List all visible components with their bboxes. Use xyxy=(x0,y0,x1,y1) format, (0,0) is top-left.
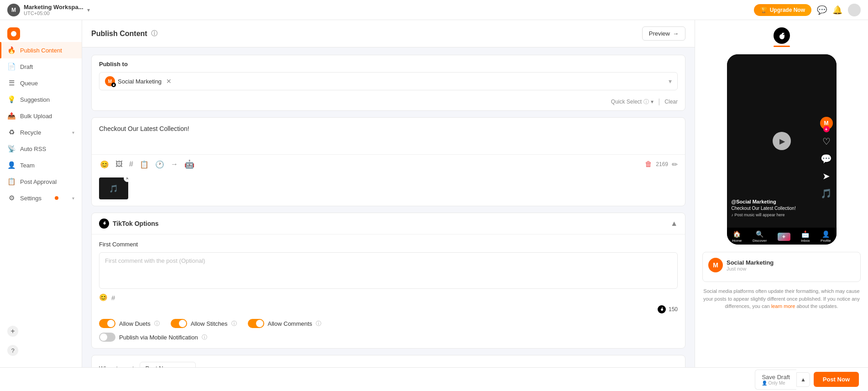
mobile-notif-switch[interactable] xyxy=(99,333,115,342)
tiktok-logo-icon xyxy=(99,219,109,229)
publish-to-header: Publish to xyxy=(92,55,685,68)
editor-right-actions: 🗑 2169 ✏ xyxy=(645,160,678,169)
draft-icon: 📄 xyxy=(7,63,16,71)
workspace-selector[interactable]: M Marketing Workspa... UTC+05:00 ▾ xyxy=(7,4,90,16)
sidebar-item-suggestion[interactable]: 💡 Suggestion xyxy=(0,91,82,108)
mobile-notif-label: Publish via Mobile Notification xyxy=(119,334,198,341)
sidebar-logo xyxy=(0,24,82,42)
comment-toolbar: 😊 # xyxy=(99,291,678,305)
rss-icon: 📡 xyxy=(7,145,16,153)
team-icon: 👤 xyxy=(7,161,16,169)
quick-select-label[interactable]: Quick Select ⓘ ▾ xyxy=(611,98,654,106)
preview-button[interactable]: Preview → xyxy=(642,26,685,41)
channel-name: Social Marketing xyxy=(118,78,162,85)
sidebar-item-label: Auto RSS xyxy=(20,146,46,152)
phone-side-actions: M ♡ 💬 ➤ 🎵 xyxy=(820,117,833,199)
share-action: ➤ xyxy=(822,171,830,182)
sidebar-add-button[interactable]: + xyxy=(0,322,82,341)
sidebar-item-label: Suggestion xyxy=(20,96,50,103)
top-navigation: M Marketing Workspa... UTC+05:00 ▾ 🏆 Upg… xyxy=(0,0,868,20)
sidebar-item-auto-rss[interactable]: 📡 Auto RSS xyxy=(0,141,82,157)
comment-char-count: 150 xyxy=(669,306,678,313)
phone-bottom-text: @Social Marketing Checkout Our Latest Co… xyxy=(732,199,814,217)
workspace-chevron-icon: ▾ xyxy=(87,7,90,13)
queue-icon: ☰ xyxy=(7,79,16,87)
notifications-button[interactable]: 🔔 xyxy=(832,5,842,15)
workspace-info: Marketing Workspa... UTC+05:00 xyxy=(24,4,84,16)
allow-duets-switch[interactable] xyxy=(99,319,115,328)
comment-emoji-button[interactable]: 😊 xyxy=(99,293,108,302)
post-time-wrapper: Post Now Schedule Add to Queue xyxy=(140,362,196,367)
learn-more-link[interactable]: learn more xyxy=(771,303,795,309)
trophy-icon: 🏆 xyxy=(760,7,767,13)
sidebar-item-draft[interactable]: 📄 Draft xyxy=(0,58,82,75)
arrow-button[interactable]: → xyxy=(170,159,179,169)
post-now-button[interactable]: Post Now xyxy=(814,372,859,387)
channel-avatar: M xyxy=(105,76,115,86)
sidebar-item-label: Draft xyxy=(20,63,33,70)
music-icon: 🎵 xyxy=(821,188,832,199)
top-nav-actions: 🏆 Upgrade Now 💬 🔔 xyxy=(754,4,861,16)
first-comment-input[interactable] xyxy=(99,252,678,289)
heart-icon: ♡ xyxy=(822,136,831,147)
like-action: ♡ xyxy=(822,136,831,147)
save-draft-chevron-button[interactable]: ▲ xyxy=(796,372,810,387)
media-row: 🎵 ✕ xyxy=(92,174,685,206)
sidebar-item-settings[interactable]: ⚙ Settings ▾ xyxy=(0,190,82,206)
workspace-avatar: M xyxy=(7,4,20,16)
phone-overlay: M ♡ 💬 ➤ 🎵 xyxy=(727,54,837,245)
creator-avatar: M xyxy=(820,117,833,130)
info-icon: ⓘ xyxy=(151,30,157,38)
sidebar-item-label: Recycle xyxy=(20,129,41,136)
sidebar-item-publish-content[interactable]: 🔥 Publish Content xyxy=(0,42,82,58)
editor-content[interactable]: Checkout Our Latest Collection! xyxy=(92,118,685,154)
platform-tabs xyxy=(702,27,861,47)
sidebar-item-label: Publish Content xyxy=(20,47,62,54)
preview-post-time: Just now xyxy=(727,266,774,271)
sidebar-item-team[interactable]: 👤 Team xyxy=(0,157,82,173)
clear-button[interactable]: Clear xyxy=(664,99,678,105)
messages-button[interactable]: 💬 xyxy=(817,5,827,15)
ai-rewrite-button[interactable]: 🤖 xyxy=(183,158,195,170)
image-button[interactable]: 🖼 xyxy=(115,159,124,169)
sidebar-help-button[interactable]: ? xyxy=(0,341,82,360)
emoji-button[interactable]: 😊 xyxy=(99,159,110,170)
tiktok-options-header[interactable]: TikTok Options ▲ xyxy=(92,213,685,235)
sidebar-bottom: + ? xyxy=(0,318,82,364)
hashtag-button[interactable]: # xyxy=(128,159,134,169)
time-button[interactable]: 🕐 xyxy=(154,159,165,170)
tiktok-platform-tab[interactable] xyxy=(774,27,790,47)
post-time-select[interactable]: Post Now Schedule Add to Queue xyxy=(140,362,196,367)
sidebar-item-bulk-upload[interactable]: 📤 Bulk Upload xyxy=(0,108,82,124)
upgrade-button[interactable]: 🏆 Upgrade Now xyxy=(754,4,811,16)
channel-remove-button[interactable]: ✕ xyxy=(166,78,172,85)
sidebar-item-queue[interactable]: ☰ Queue xyxy=(0,75,82,91)
svg-point-0 xyxy=(11,31,16,36)
disclaimer-end: about the updates. xyxy=(796,303,838,309)
tiktok-header-left: TikTok Options xyxy=(99,219,159,229)
sidebar-item-post-approval[interactable]: 📋 Post Approval xyxy=(0,173,82,190)
comment-icon: 💬 xyxy=(821,153,832,164)
edit-button[interactable]: ✏ xyxy=(672,160,678,169)
channel-select[interactable]: M Social Marketing ✕ ▾ xyxy=(99,72,678,90)
comment-action: 💬 xyxy=(821,153,832,164)
comment-hashtag-button[interactable]: # xyxy=(111,294,115,302)
allow-comments-switch[interactable] xyxy=(248,319,264,328)
allow-duets-label: Allow Duets xyxy=(119,320,151,327)
publish-to-card: Publish to M Social Marketing ✕ xyxy=(91,55,685,111)
save-draft-button[interactable]: Save Draft 👤 Only Me xyxy=(755,370,796,390)
preview-avatar: M xyxy=(708,258,723,272)
toggles-row: Allow Duets ⓘ Allow Stitches ⓘ xyxy=(99,319,678,328)
first-comment-label: First Comment xyxy=(99,241,678,248)
allow-duets-info-icon: ⓘ xyxy=(154,320,160,328)
sidebar-item-label: Settings xyxy=(20,195,42,202)
template-button[interactable]: 📋 xyxy=(139,159,150,170)
suggestion-icon: 💡 xyxy=(7,95,16,104)
workspace-name: Marketing Workspa... xyxy=(24,4,84,10)
sidebar-item-recycle[interactable]: ♻ Recycle ▾ xyxy=(0,124,82,141)
sidebar-item-label: Team xyxy=(20,162,35,169)
user-avatar[interactable] xyxy=(848,4,861,16)
help-icon: ? xyxy=(7,345,18,356)
channel-tag: M Social Marketing ✕ xyxy=(105,76,172,86)
allow-stitches-switch[interactable] xyxy=(171,319,187,328)
